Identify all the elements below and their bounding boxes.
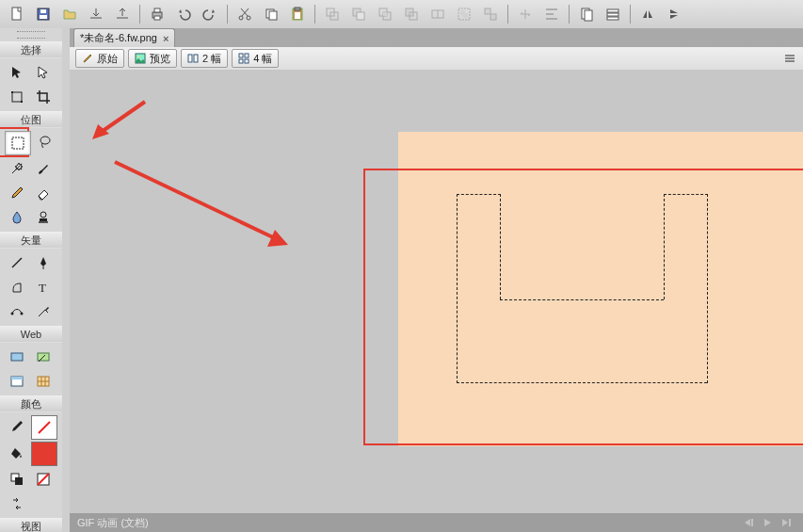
undo-icon[interactable] xyxy=(172,3,195,25)
svg-point-44 xyxy=(21,313,24,315)
divide-icon[interactable] xyxy=(426,3,449,25)
show-slices-icon[interactable] xyxy=(31,370,56,393)
four-up-icon xyxy=(238,53,249,64)
pages-icon[interactable] xyxy=(575,3,598,25)
no-color-icon[interactable] xyxy=(31,468,56,491)
flip-h-icon[interactable] xyxy=(636,3,659,25)
svg-rect-59 xyxy=(239,54,243,57)
svg-rect-33 xyxy=(607,17,618,20)
states-icon[interactable] xyxy=(602,3,624,25)
annotation-arrow-icon xyxy=(87,98,153,145)
svg-rect-41 xyxy=(39,221,48,223)
selection-marquee xyxy=(457,382,707,383)
fill-swatch[interactable] xyxy=(31,442,57,466)
svg-rect-26 xyxy=(463,13,468,18)
svg-rect-35 xyxy=(11,91,13,93)
separator xyxy=(630,5,631,24)
print-icon[interactable] xyxy=(146,3,169,25)
document-tabbar: *未命名-6.fw.png × xyxy=(70,28,803,48)
group-icon[interactable] xyxy=(453,3,475,25)
cut-icon[interactable] xyxy=(233,3,256,25)
svg-rect-3 xyxy=(40,9,46,13)
line-tool-icon[interactable] xyxy=(5,251,29,274)
blur-tool-icon[interactable] xyxy=(5,206,29,229)
pointer-tool-icon[interactable] xyxy=(5,61,29,84)
union-icon[interactable] xyxy=(321,3,344,25)
freeform-tool-icon[interactable] xyxy=(5,300,29,323)
shape-tool-icon[interactable] xyxy=(5,276,29,298)
svg-rect-17 xyxy=(357,12,364,20)
svg-rect-58 xyxy=(194,55,198,62)
annotation-red-rect xyxy=(363,169,803,445)
canvas[interactable] xyxy=(70,70,803,513)
scale-tool-icon[interactable] xyxy=(5,86,29,108)
copy-icon[interactable] xyxy=(260,3,282,25)
separator xyxy=(139,5,140,24)
crop-tool-icon[interactable] xyxy=(31,86,56,108)
main-toolbar xyxy=(0,0,803,29)
text-tool-icon[interactable]: T xyxy=(31,276,56,298)
eraser-tool-icon[interactable] xyxy=(31,182,56,204)
svg-rect-27 xyxy=(485,8,490,14)
pencil-tool-icon[interactable] xyxy=(5,182,29,204)
fill-color-icon[interactable] xyxy=(5,442,29,464)
hide-slices-icon[interactable] xyxy=(5,370,29,393)
hotspot-tool-icon[interactable] xyxy=(5,346,29,368)
view-4up-button[interactable]: 4 幅 xyxy=(232,49,279,68)
ungroup-icon[interactable] xyxy=(479,3,502,25)
pencil-icon xyxy=(82,53,93,64)
svg-point-38 xyxy=(40,137,50,144)
section-bitmap: 位图 xyxy=(0,111,62,128)
transform-icon[interactable] xyxy=(514,3,537,25)
svg-rect-61 xyxy=(239,59,243,63)
panel-grip[interactable] xyxy=(17,31,45,39)
view-preview-label: 预览 xyxy=(150,52,170,66)
svg-rect-0 xyxy=(12,8,21,20)
document-tab[interactable]: *未命名-6.fw.png × xyxy=(73,28,175,47)
separator xyxy=(314,5,315,24)
punch-icon[interactable] xyxy=(400,3,423,25)
status-bar: GIF 动画 (文档) xyxy=(70,513,803,532)
swap-colors-icon[interactable] xyxy=(5,492,29,515)
magic-wand-tool-icon[interactable] xyxy=(5,157,29,180)
separator xyxy=(569,5,570,24)
redo-icon[interactable] xyxy=(199,3,221,25)
play-icon[interactable] xyxy=(761,516,774,529)
svg-rect-5 xyxy=(154,8,160,12)
svg-rect-34 xyxy=(12,92,22,102)
stroke-color-icon[interactable] xyxy=(5,415,29,438)
two-up-icon xyxy=(187,53,199,64)
marquee-tool-icon[interactable] xyxy=(5,131,31,155)
section-select: 选择 xyxy=(0,41,62,58)
intersect-icon[interactable] xyxy=(374,3,396,25)
view-2up-button[interactable]: 2 幅 xyxy=(181,49,228,68)
align-icon[interactable] xyxy=(540,3,563,25)
svg-rect-36 xyxy=(21,101,23,103)
selection-marquee xyxy=(500,194,501,299)
view-preview-button[interactable]: 预览 xyxy=(128,49,177,68)
knife-tool-icon[interactable] xyxy=(31,300,56,323)
view-original-button[interactable]: 原始 xyxy=(75,49,124,68)
section-web: Web xyxy=(0,326,62,343)
prev-frame-icon[interactable] xyxy=(742,516,755,529)
save-icon[interactable] xyxy=(32,3,55,25)
brush-tool-icon[interactable] xyxy=(31,157,56,180)
flip-v-icon[interactable] xyxy=(663,3,685,25)
subtract-icon[interactable] xyxy=(347,3,370,25)
selection-marquee xyxy=(457,194,501,383)
subselect-tool-icon[interactable] xyxy=(31,61,56,84)
lasso-tool-icon[interactable] xyxy=(33,131,57,153)
open-icon[interactable] xyxy=(58,3,81,25)
stamp-tool-icon[interactable] xyxy=(31,206,56,229)
export-icon[interactable] xyxy=(111,3,134,25)
slice-tool-icon[interactable] xyxy=(31,346,56,368)
close-tab-icon[interactable]: × xyxy=(163,33,169,44)
panel-menu-icon[interactable] xyxy=(782,51,797,66)
new-icon[interactable] xyxy=(6,3,28,25)
import-icon[interactable] xyxy=(85,3,107,25)
paste-icon[interactable] xyxy=(286,3,309,25)
next-frame-icon[interactable] xyxy=(779,516,793,529)
stroke-swatch[interactable] xyxy=(31,415,57,440)
default-colors-icon[interactable] xyxy=(5,468,29,491)
pen-tool-icon[interactable] xyxy=(31,251,56,274)
